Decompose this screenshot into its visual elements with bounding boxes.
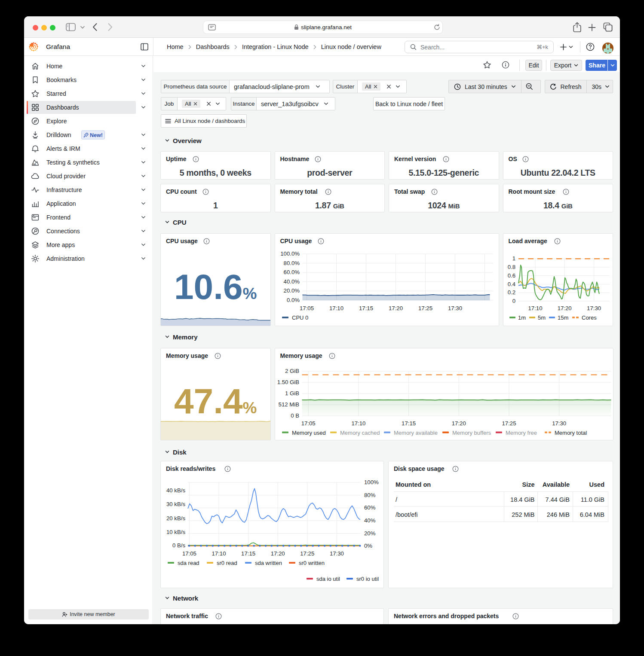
svg-text:20%: 20% — [364, 530, 376, 537]
svg-text:17:05: 17:05 — [299, 305, 313, 311]
svg-text:Memory free: Memory free — [506, 430, 537, 436]
svg-text:0 B: 0 B — [291, 412, 299, 419]
svg-text:17:10: 17:10 — [351, 420, 365, 427]
svg-text:15m: 15m — [558, 314, 568, 321]
svg-text:Memory used: Memory used — [292, 430, 326, 436]
svg-text:17:20: 17:20 — [451, 420, 466, 427]
svg-text:1m: 1m — [518, 314, 526, 321]
svg-text:Cores: Cores — [582, 314, 597, 321]
svg-text:CPU 0: CPU 0 — [292, 314, 308, 321]
svg-text:20.0%: 20.0% — [283, 287, 300, 294]
svg-text:17:15: 17:15 — [402, 420, 416, 427]
svg-text:sr0 io util: sr0 io util — [356, 576, 379, 582]
svg-text:sr0 read: sr0 read — [217, 560, 237, 566]
svg-text:17:15: 17:15 — [359, 305, 373, 311]
svg-text:17:20: 17:20 — [271, 550, 285, 557]
svg-text:1 GiB: 1 GiB — [285, 390, 299, 397]
svg-text:sr0 written: sr0 written — [299, 560, 325, 566]
svg-text:512 MiB: 512 MiB — [278, 401, 299, 408]
svg-text:17:20: 17:20 — [557, 305, 571, 311]
svg-text:sda io util: sda io util — [316, 576, 340, 582]
svg-text:30 kB/s: 30 kB/s — [166, 501, 185, 507]
svg-text:2 GiB: 2 GiB — [285, 368, 299, 374]
svg-text:0.8: 0.8 — [507, 264, 515, 270]
svg-text:60.0%: 60.0% — [283, 269, 300, 275]
svg-text:sda read: sda read — [178, 560, 199, 566]
svg-text:0.2: 0.2 — [507, 289, 515, 296]
svg-text:sda written: sda written — [255, 560, 282, 566]
svg-text:20 kB/s: 20 kB/s — [166, 515, 185, 522]
svg-text:5m: 5m — [538, 314, 546, 321]
svg-text:0.6: 0.6 — [507, 272, 515, 279]
svg-text:10 kB/s: 10 kB/s — [166, 529, 185, 535]
svg-text:17:10: 17:10 — [212, 550, 226, 557]
svg-text:17:15: 17:15 — [241, 550, 255, 557]
svg-text:100%: 100% — [364, 479, 379, 485]
svg-text:17:05: 17:05 — [182, 550, 196, 557]
svg-text:17:10: 17:10 — [528, 305, 542, 311]
svg-text:17:25: 17:25 — [418, 305, 432, 311]
svg-text:17:30: 17:30 — [552, 420, 566, 427]
svg-text:Memory total: Memory total — [555, 430, 587, 436]
svg-text:Memory cached: Memory cached — [340, 430, 380, 436]
svg-text:17:30: 17:30 — [587, 305, 601, 311]
svg-text:80%: 80% — [364, 492, 376, 498]
svg-text:0.0%: 0.0% — [286, 297, 299, 303]
svg-text:17:25: 17:25 — [502, 420, 516, 427]
svg-text:Memory buffers: Memory buffers — [452, 430, 491, 436]
svg-text:40 kB/s: 40 kB/s — [166, 487, 185, 494]
svg-text:17:10: 17:10 — [329, 305, 343, 311]
svg-text:1.50 GiB: 1.50 GiB — [277, 379, 299, 385]
svg-text:17:25: 17:25 — [300, 550, 314, 557]
svg-text:0 B/s: 0 B/s — [172, 542, 185, 549]
svg-text:40.0%: 40.0% — [283, 278, 300, 285]
svg-text:Memory available: Memory available — [394, 430, 438, 436]
svg-text:40%: 40% — [364, 517, 376, 524]
svg-text:17:30: 17:30 — [448, 305, 462, 311]
svg-text:60%: 60% — [364, 504, 376, 511]
svg-text:17:05: 17:05 — [301, 420, 315, 427]
svg-text:100.0%: 100.0% — [280, 250, 300, 257]
svg-text:17:20: 17:20 — [388, 305, 402, 311]
svg-text:17:30: 17:30 — [330, 550, 344, 557]
svg-text:0%: 0% — [364, 543, 372, 549]
svg-text:1: 1 — [512, 255, 515, 262]
svg-text:0.4: 0.4 — [507, 281, 515, 287]
svg-text:k6: k6 — [33, 163, 36, 165]
svg-text:80.0%: 80.0% — [283, 260, 300, 266]
svg-text:0: 0 — [512, 298, 515, 304]
